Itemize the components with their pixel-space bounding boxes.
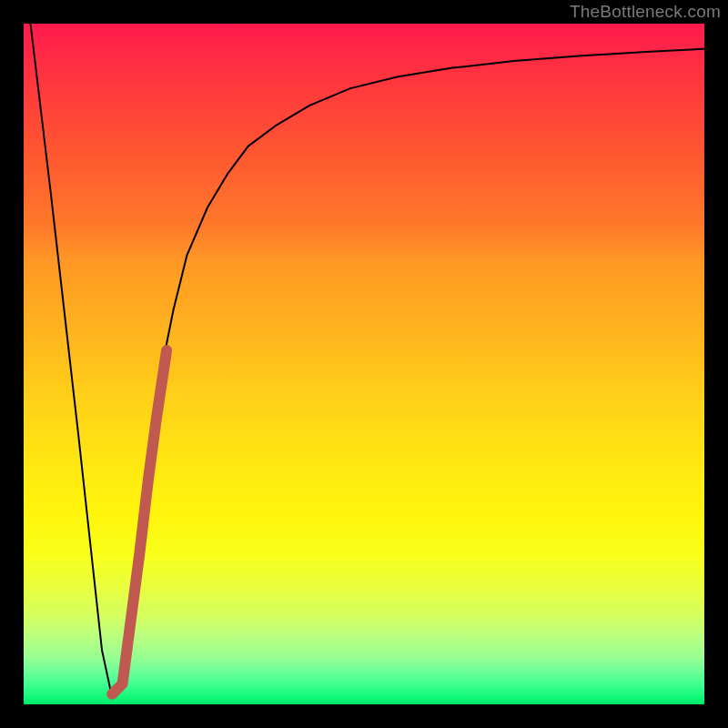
- chart-svg: [24, 24, 704, 704]
- chart-frame: TheBottleneck.com: [0, 0, 728, 728]
- highlight-segment: [112, 350, 167, 694]
- plot-area: [24, 24, 704, 704]
- watermark-text: TheBottleneck.com: [570, 2, 721, 22]
